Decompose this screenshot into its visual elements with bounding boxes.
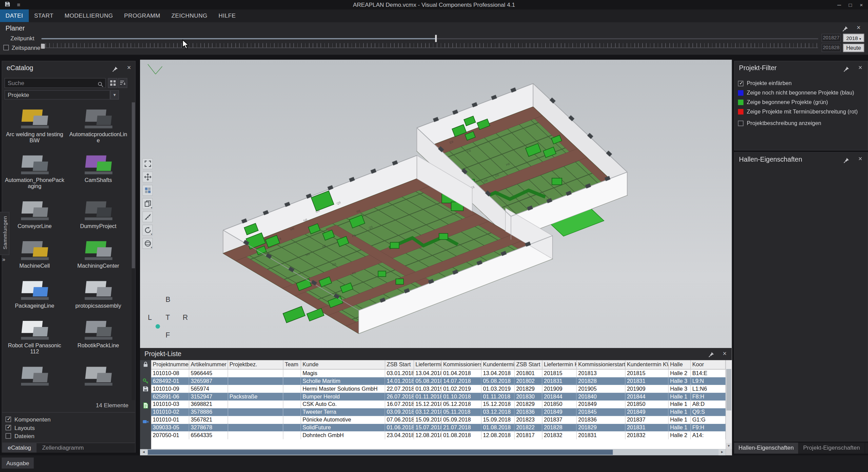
table-cell[interactable]: 201829 [514, 385, 542, 393]
navigation-cube[interactable]: B L T R F [140, 291, 201, 346]
table-cell[interactable]: 07.06.2018 [385, 416, 414, 424]
catalog-item[interactable]: Automation_PhonePackaging [3, 148, 66, 194]
table-cell[interactable]: 207050-01 [151, 431, 189, 439]
table-row[interactable]: 101010-09565974Hermi Master Solutions Gm… [151, 385, 726, 393]
table-cell[interactable]: A8:D [690, 400, 726, 408]
collection-dropdown[interactable]: Projekte [4, 90, 110, 100]
table-row[interactable]: 101010-085966445Magis03.01.201813.04.201… [151, 369, 726, 377]
table-cell[interactable]: 12.08.2018 [414, 431, 441, 439]
table-cell[interactable]: L9:N [690, 377, 726, 385]
catalog-filter-komponenten[interactable]: Komponenten [5, 415, 51, 423]
table-cell[interactable]: 201836 [514, 408, 542, 416]
floppy-icon[interactable] [140, 385, 151, 393]
catalog-item[interactable]: MachiningCenter [67, 234, 130, 274]
table-cell[interactable] [283, 431, 300, 439]
table-cell[interactable]: 101010-01 [151, 416, 189, 424]
filter-option[interactable]: Projekte einfärben [738, 80, 865, 90]
lock-icon[interactable] [140, 360, 151, 369]
table-cell[interactable]: Hermi Master Solutions GmbH [301, 385, 385, 393]
menu-tab-hilfe[interactable]: HILFE [213, 9, 241, 22]
nav-cube-back[interactable]: B [165, 295, 170, 304]
table-cell[interactable]: Halle 1 [668, 424, 690, 431]
table-cell[interactable] [283, 424, 300, 431]
table-cell[interactable]: 201831 [542, 377, 576, 385]
catalog-item[interactable]: protopicsassembly [67, 274, 130, 314]
scrollbar-thumb[interactable] [148, 450, 613, 455]
table-cell[interactable]: 201849 [576, 400, 625, 408]
table-cell[interactable]: 628492-01 [151, 377, 189, 385]
table-cell[interactable] [228, 385, 283, 393]
table-cell[interactable]: F9:H [690, 424, 726, 431]
catalog-filter-layouts[interactable]: Layouts [5, 423, 51, 431]
table-cell[interactable]: 3698821 [189, 400, 228, 408]
table-cell[interactable] [283, 416, 300, 424]
table-cell[interactable]: G1:G [690, 416, 726, 424]
nav-cube-right[interactable]: R [183, 313, 188, 321]
table-cell[interactable]: Halle 1 [668, 416, 690, 424]
doc-icon[interactable] [140, 401, 151, 409]
table-row[interactable]: 309033-053278678SolidFuture01.06.201815.… [151, 424, 726, 431]
table-cell[interactable]: 201850 [542, 400, 576, 408]
table-row[interactable]: 101010-033698821CSK Auto Co.16.07.201815… [151, 400, 726, 408]
table-cell[interactable]: 03.09.2018 [385, 408, 414, 416]
table-cell[interactable]: 3278678 [189, 424, 228, 431]
table-cell[interactable]: 15.07.2018 [414, 424, 441, 431]
catalog-item[interactable] [3, 360, 66, 392]
table-cell[interactable]: 201849 [542, 408, 576, 416]
table-cell[interactable]: 101010-08 [151, 369, 189, 377]
filter-option[interactable]: Projektbeschreibung anzeigen [738, 120, 865, 129]
table-cell[interactable]: 6564335 [189, 431, 228, 439]
column-header[interactable]: Team [283, 360, 300, 369]
table-cell[interactable]: 201828 [542, 424, 576, 431]
table-cell[interactable]: 01.02.2019 [441, 385, 481, 393]
nav-cube-left[interactable]: L [148, 313, 152, 321]
pin-icon[interactable] [843, 65, 851, 73]
copy-view-icon[interactable]: ▾ [142, 198, 153, 209]
table-cell[interactable]: Q9:S [690, 408, 726, 416]
table-cell[interactable]: 14.01.2018 [385, 377, 414, 385]
table-cell[interactable]: 15.12.2018 [481, 400, 514, 408]
rotate-view-icon[interactable]: ▾ [142, 225, 153, 236]
zeitpunkt-slider-handle[interactable] [435, 35, 437, 42]
table-cell[interactable]: 625891-06 [151, 392, 189, 400]
menu-tab-datei[interactable]: DATEI [0, 9, 28, 22]
table-cell[interactable]: 01.06.2018 [385, 424, 414, 431]
column-header[interactable]: Kommissionierstart KW [576, 360, 625, 369]
table-cell[interactable]: 201837 [625, 416, 668, 424]
table-cell[interactable]: 3578886 [189, 408, 228, 416]
close-icon[interactable]: × [721, 350, 729, 358]
filter-option[interactable]: Zeige begonnene Projekte (grün) [738, 99, 865, 108]
table-cell[interactable]: 05.12.2018 [441, 400, 481, 408]
table-cell[interactable]: Tweeter Terra [301, 408, 385, 416]
table-cell[interactable]: 01.11.2018 [414, 392, 441, 400]
table-cell[interactable]: 201832 [625, 431, 668, 439]
table-cell[interactable] [283, 369, 300, 377]
close-icon[interactable]: × [856, 64, 864, 72]
checkbox[interactable] [5, 416, 11, 422]
table-cell[interactable]: 3265987 [189, 377, 228, 385]
table-cell[interactable]: Dohntech GmbH [301, 431, 385, 439]
table-cell[interactable]: 01.08.2018 [481, 424, 514, 431]
table-cell[interactable]: F8:H [690, 392, 726, 400]
table-cell[interactable]: Magis [301, 369, 385, 377]
catalog-item[interactable]: CamShafts [67, 148, 130, 194]
table-cell[interactable] [283, 392, 300, 400]
scrollbar-thumb[interactable] [726, 369, 731, 410]
table-cell[interactable]: Bumper Herold [301, 392, 385, 400]
table-cell[interactable]: Halle 3 [668, 385, 690, 393]
column-header[interactable]: Projektnummer [151, 360, 189, 369]
table-cell[interactable]: 201844 [542, 392, 576, 400]
close-icon[interactable]: × [855, 24, 863, 32]
table-cell[interactable]: Packstraße [228, 392, 283, 400]
heute-button[interactable]: Heute [843, 44, 864, 52]
table-cell[interactable]: 15.12.2018 [414, 400, 441, 408]
tab-zellendiagramm[interactable]: Zellendiagramm [37, 443, 90, 453]
render-mode-icon[interactable]: ▾ [142, 238, 153, 249]
table-cell[interactable]: 03.01.2018 [385, 369, 414, 377]
table-cell[interactable]: A14: [690, 431, 726, 439]
table-cell[interactable]: 03.12.2018 [414, 408, 441, 416]
table-cell[interactable]: 101010-02 [151, 408, 189, 416]
table-cell[interactable]: 5966445 [189, 369, 228, 377]
close-button[interactable]: × [856, 0, 867, 9]
table-cell[interactable]: CSK Auto Co. [301, 400, 385, 408]
